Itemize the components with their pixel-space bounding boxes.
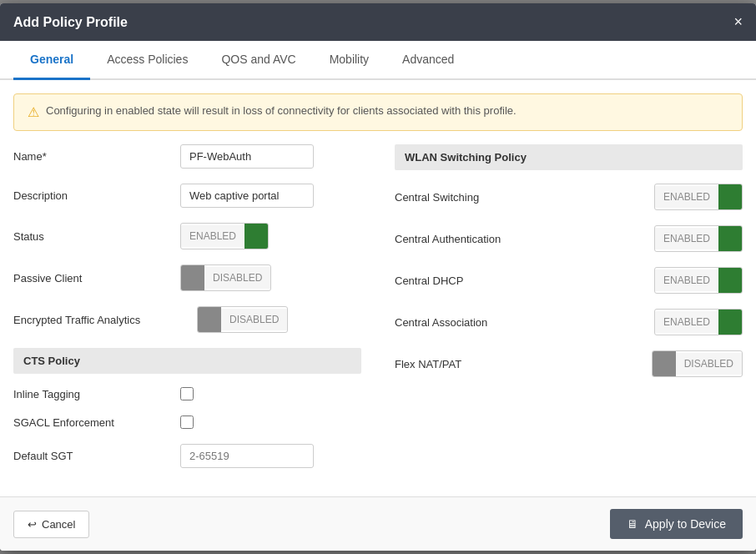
wlan-row-3: Central Association ENABLED [395,309,743,335]
modal: Add Policy Profile × General Access Poli… [0,3,756,551]
description-row: Description [13,184,361,208]
name-input[interactable] [180,144,314,169]
modal-header: Add Policy Profile × [0,3,756,41]
status-row: Status ENABLED [13,223,361,249]
warning-bar: ⚠ Configuring in enabled state will resu… [13,93,743,131]
wlan-toggle-label-2: ENABLED [655,269,718,291]
inline-tagging-checkbox[interactable] [180,387,194,400]
passive-client-toggle[interactable]: DISABLED [180,264,271,291]
eta-toggle[interactable]: DISABLED [197,306,288,333]
wlan-toggle-indicator-4[interactable] [653,351,676,376]
passive-client-toggle-label: DISABLED [204,267,270,289]
tab-mobility[interactable]: Mobility [313,41,386,80]
wlan-toggle-label-3: ENABLED [655,311,718,333]
sgacl-label: SGACL Enforcement [13,416,180,429]
wlan-toggle-2[interactable]: ENABLED [654,267,743,294]
tab-access-policies[interactable]: Access Policies [90,41,204,80]
status-label: Status [13,230,180,243]
eta-label: Encrypted Traffic Analytics [13,314,197,326]
wlan-toggle-indicator-2[interactable] [718,268,742,293]
tab-general[interactable]: General [13,41,90,80]
wlan-toggle-label-4: DISABLED [676,353,742,375]
description-input[interactable] [180,184,314,208]
apply-icon: 🖥 [627,517,638,531]
inline-tagging-row: Inline Tagging [13,387,361,400]
wlan-label-4: Flex NAT/PAT [395,358,652,370]
main-content: Name* Description Status ENABLED [0,144,756,496]
status-toggle-indicator[interactable] [244,224,268,249]
default-sgt-input[interactable] [180,444,314,468]
wlan-toggle-0[interactable]: ENABLED [654,184,743,210]
eta-toggle-label: DISABLED [221,309,287,330]
warning-text: Configuring in enabled state will result… [46,104,517,117]
modal-title: Add Policy Profile [13,15,128,30]
wlan-section-header: WLAN Switching Policy [395,144,743,170]
wlan-toggle-label-0: ENABLED [655,186,718,208]
sgacl-checkbox[interactable] [180,416,194,429]
two-column-layout: Name* Description Status ENABLED [13,144,743,483]
wlan-toggle-indicator-3[interactable] [718,310,742,335]
passive-client-label: Passive Client [13,272,180,285]
sgacl-row: SGACL Enforcement [13,416,361,429]
wlan-toggle-indicator-0[interactable] [718,184,742,209]
wlan-toggle-indicator-1[interactable] [718,226,742,251]
default-sgt-label: Default SGT [13,450,180,462]
name-row: Name* [13,144,361,169]
warning-icon: ⚠ [28,104,39,120]
wlan-row-1: Central Authentication ENABLED [395,225,743,252]
wlan-toggle-label-1: ENABLED [655,228,718,249]
right-column: WLAN Switching Policy Central Switching … [395,144,743,483]
status-toggle[interactable]: ENABLED [180,223,269,249]
wlan-row-4: Flex NAT/PAT DISABLED [395,350,743,377]
wlan-label-2: Central DHCP [395,274,654,287]
passive-client-toggle-indicator[interactable] [181,265,204,290]
tab-advanced[interactable]: Advanced [386,41,471,80]
wlan-toggle-1[interactable]: ENABLED [654,225,743,252]
cancel-button[interactable]: ↩ Cancel [13,511,89,538]
wlan-row-0: Central Switching ENABLED [395,184,743,210]
wlan-toggle-4[interactable]: DISABLED [652,350,743,377]
cancel-icon: ↩ [28,518,37,531]
cts-section-header: CTS Policy [13,348,361,374]
tab-bar: General Access Policies QOS and AVC Mobi… [0,41,756,80]
left-column: Name* Description Status ENABLED [13,144,361,483]
cancel-label: Cancel [42,518,75,531]
eta-row: Encrypted Traffic Analytics DISABLED [13,306,361,333]
name-label: Name* [13,150,180,163]
status-toggle-label: ENABLED [181,225,244,247]
default-sgt-row: Default SGT [13,444,361,468]
apply-button[interactable]: 🖥 Apply to Device [610,509,743,539]
apply-label: Apply to Device [645,517,726,531]
wlan-toggle-3[interactable]: ENABLED [654,309,743,335]
cts-section: CTS Policy Inline Tagging SGACL Enforcem… [13,348,361,468]
modal-footer: ↩ Cancel 🖥 Apply to Device [0,496,756,551]
description-label: Description [13,189,180,202]
close-button[interactable]: × [733,13,743,31]
wlan-label-1: Central Authentication [395,233,654,245]
eta-toggle-indicator[interactable] [198,307,221,332]
tab-qos-avc[interactable]: QOS and AVC [204,41,312,80]
inline-tagging-label: Inline Tagging [13,388,180,400]
wlan-label-3: Central Association [395,316,654,329]
passive-client-row: Passive Client DISABLED [13,264,361,291]
wlan-label-0: Central Switching [395,191,654,204]
wlan-row-2: Central DHCP ENABLED [395,267,743,294]
